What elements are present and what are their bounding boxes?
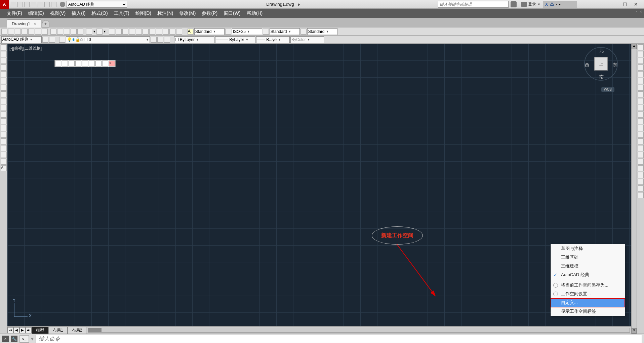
tool-offset-icon[interactable] [638, 65, 644, 71]
a360-icon[interactable]: 🛆 [550, 2, 554, 7]
qat-print-icon[interactable] [38, 2, 43, 7]
tool-explode-icon[interactable] [638, 145, 644, 151]
tb-help-icon[interactable] [176, 29, 182, 35]
tool-extra6-icon[interactable] [638, 185, 644, 191]
tb-toolpalette-icon[interactable] [149, 29, 155, 35]
tb-print-icon[interactable] [22, 29, 28, 35]
workspace-selector[interactable]: AutoCAD 经典 [58, 1, 128, 8]
tool-arc-icon[interactable] [1, 78, 7, 84]
tool-array-icon[interactable] [638, 71, 644, 77]
text-style-combo[interactable]: Standard▼ [194, 28, 225, 35]
cm-item-drafting[interactable]: 草图与注释 [551, 244, 625, 253]
menu-edit[interactable]: 编辑(E) [28, 10, 44, 16]
qat-new-icon[interactable] [11, 2, 16, 7]
tool-ellipse-icon[interactable] [1, 105, 7, 111]
tb-layermgr-icon[interactable] [59, 37, 65, 43]
menu-dimension[interactable]: 标注(N) [157, 10, 173, 16]
viewcube-east[interactable]: 东 [613, 62, 617, 68]
tool-gradient-icon[interactable] [1, 145, 7, 151]
tb-pan-icon[interactable] [109, 29, 115, 35]
new-doc-tab[interactable]: + [42, 20, 49, 28]
tb-textstyle-icon[interactable]: A [188, 29, 194, 35]
tool-block-icon[interactable] [1, 125, 7, 131]
ft-icon-6[interactable] [89, 60, 95, 67]
viewcube-north[interactable]: 北 [599, 48, 604, 54]
tool-extra5-icon[interactable] [638, 179, 644, 185]
tool-join-icon[interactable] [638, 125, 644, 131]
maximize-button[interactable]: ☐ [623, 2, 627, 7]
table-style-combo[interactable]: Standard▼ [270, 28, 300, 35]
tb-redo-icon[interactable] [96, 29, 103, 35]
tool-point-icon[interactable] [1, 132, 7, 138]
exchange-icon[interactable]: X [545, 2, 548, 7]
close-button[interactable]: ✕ [634, 2, 638, 7]
qat-save-icon[interactable] [24, 2, 30, 7]
infocenter-icon[interactable] [511, 1, 517, 7]
tool-stretch-icon[interactable] [638, 98, 644, 104]
menu-window[interactable]: 窗口(W) [224, 10, 241, 16]
ft-icon-7[interactable] [95, 60, 102, 67]
color-combo[interactable]: ByLayer▼ [174, 36, 214, 43]
tb-ws-save-icon[interactable] [49, 37, 55, 43]
tb-paste-icon[interactable] [64, 29, 70, 35]
menu-format[interactable]: 格式(O) [91, 10, 108, 16]
viewcube[interactable]: 北 南 东 西 上 [584, 47, 618, 81]
ft-icon-3[interactable] [69, 60, 75, 67]
qat-open-icon[interactable] [17, 2, 23, 7]
tab-layout1[interactable]: 布局1 [48, 327, 68, 334]
dim-style-combo[interactable]: ISO-25▼ [232, 28, 262, 35]
layer-combo[interactable]: 💡❄🔓⎙ 0▼ [66, 36, 150, 43]
tool-break-icon[interactable] [638, 118, 644, 124]
menu-help[interactable]: 帮助(H) [247, 10, 263, 16]
ft-close-icon[interactable]: × [109, 60, 115, 67]
tb-plotpreview-icon[interactable] [28, 29, 34, 35]
tool-erase-icon[interactable] [638, 44, 644, 50]
scroll-up-icon[interactable]: ▲ [632, 44, 637, 49]
tool-mtext-icon[interactable]: A [1, 165, 7, 171]
qat-redo-icon[interactable] [51, 2, 56, 7]
tb-sheetset-icon[interactable] [156, 29, 162, 35]
workspace-dropdown[interactable]: AutoCAD 经典 [67, 1, 127, 8]
tool-fillet-icon[interactable] [638, 138, 644, 144]
layout-nav-last[interactable]: ⏭ [26, 327, 32, 333]
tool-extra2-icon[interactable] [638, 159, 644, 165]
tool-insert-icon[interactable] [1, 118, 7, 124]
mleader-style-combo[interactable]: Standard▼ [307, 28, 337, 35]
lineweight-combo[interactable]: —— B...ye▼ [256, 36, 290, 43]
ft-icon-8[interactable] [102, 60, 108, 67]
drawing-canvas[interactable]: [-][俯视][二维线框] × 北 南 东 西 上 WCS [7, 44, 631, 326]
tb-publish-icon[interactable] [35, 29, 41, 35]
tb-zoom-icon[interactable] [116, 29, 122, 35]
tb-layerprev-icon[interactable] [151, 37, 157, 43]
tb-mleaderstyle-icon[interactable] [300, 29, 307, 35]
cm-item-showlabel[interactable]: 显示工作空间标签 [551, 307, 625, 316]
menu-file[interactable]: 文件(F) [7, 10, 22, 16]
tb-dimstyle-icon[interactable] [225, 29, 231, 35]
cmdline-prompt-icon[interactable]: >_ [19, 335, 29, 343]
tool-pline-icon[interactable] [1, 58, 7, 64]
tb-new-icon[interactable] [1, 29, 7, 35]
menu-insert[interactable]: 插入(I) [72, 10, 85, 16]
ft-icon-2[interactable] [62, 60, 68, 67]
qat-saveas-icon[interactable] [31, 2, 36, 7]
tb-undo-icon[interactable] [86, 29, 92, 35]
tab-model[interactable]: 模型 [32, 327, 48, 334]
tool-revcloud-icon[interactable] [1, 91, 7, 97]
tool-copy-icon[interactable] [638, 51, 644, 57]
tool-move-icon[interactable] [638, 78, 644, 84]
viewcube-top-face[interactable]: 上 [594, 57, 608, 71]
app-logo[interactable]: A [0, 0, 9, 9]
tool-polygon-icon[interactable] [1, 65, 7, 71]
tb-3ddwf-icon[interactable] [42, 29, 48, 35]
horizontal-scrollbar[interactable] [88, 328, 630, 333]
tb-copy-icon[interactable] [57, 29, 63, 35]
tool-spline-icon[interactable] [1, 98, 7, 104]
tb-tablestyle-icon[interactable] [263, 29, 269, 35]
menu-parametric[interactable]: 参数(P) [202, 10, 217, 16]
login-button[interactable]: 登录 ▼ [519, 1, 543, 7]
viewcube-south[interactable]: 南 [599, 74, 604, 80]
cm-item-saveas[interactable]: 将当前工作空间另存为... [551, 281, 625, 290]
ft-icon-5[interactable] [82, 60, 88, 67]
menu-draw[interactable]: 绘图(D) [135, 10, 151, 16]
tool-scale-icon[interactable] [638, 91, 644, 97]
